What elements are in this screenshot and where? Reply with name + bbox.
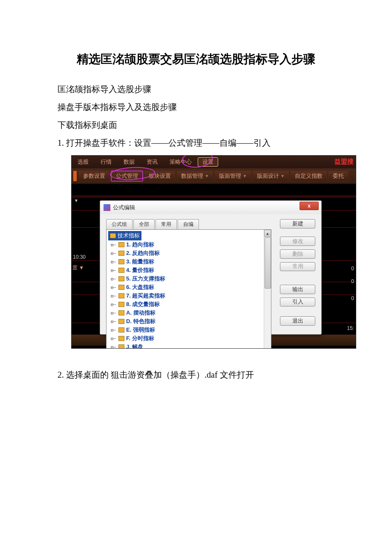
btn-gongshi[interactable]: 公式管理 xyxy=(111,171,143,182)
scrollbar[interactable]: ▲ ▼ xyxy=(264,230,271,349)
chevron-down-icon: ▼ xyxy=(243,174,247,178)
tree-item[interactable]: ⊞─3. 能量指标 xyxy=(108,257,262,266)
para-5: 2. 选择桌面的 狙击游资叠加（操盘手）.daf 文件打开 xyxy=(40,366,352,384)
delete-button[interactable]: 删除 xyxy=(280,249,315,259)
expand-icon[interactable]: ⊞─ xyxy=(108,311,118,315)
folder-icon xyxy=(118,268,124,273)
para-2: 操盘手版本指标导入及选股步骤 xyxy=(40,98,352,116)
folder-icon xyxy=(118,285,124,290)
dialog-titlebar: 公式编辑 x xyxy=(100,201,321,214)
new-button[interactable]: 新建 xyxy=(280,219,315,228)
para-4: 1. 打开操盘手软件：设置——公式管理——自编——引入 xyxy=(40,134,352,152)
tree-item[interactable]: ⊞─A. 摆动指标 xyxy=(108,309,262,317)
tree-item[interactable]: ⊞─5. 压力支撑指标 xyxy=(108,275,262,283)
gridline xyxy=(72,196,356,197)
tree-item[interactable]: ⊞─7. 超买超卖指标 xyxy=(108,292,262,300)
expand-icon[interactable]: ⊞─ xyxy=(108,243,118,247)
folder-icon xyxy=(118,327,124,332)
formula-editor-dialog: 公式编辑 x 公式组 全部 常用 自编 技术指标 xyxy=(100,200,322,335)
para-1: 匡洺颉指标导入选股步骤 xyxy=(40,80,352,98)
app-icon xyxy=(104,204,110,211)
folder-icon xyxy=(118,310,124,315)
tree-item[interactable]: ⊞─2. 反趋向指标 xyxy=(108,249,262,257)
menu-celue[interactable]: 策略中心 xyxy=(164,156,198,168)
exit-button[interactable]: 退出 xyxy=(280,316,315,326)
tree-item[interactable]: ⊞─4. 量价指标 xyxy=(108,266,262,275)
expand-icon[interactable]: ⊞─ xyxy=(108,294,118,298)
tree-item[interactable]: ⊞─D. 特色指标 xyxy=(108,317,262,326)
tab-group[interactable]: 公式组 xyxy=(106,219,133,229)
export-button[interactable]: 输出 xyxy=(280,285,315,294)
folder-icon xyxy=(118,293,124,298)
btn-canshu[interactable]: 参数设置 xyxy=(78,171,110,182)
gridline xyxy=(72,197,356,198)
expand-icon[interactable]: ⊞─ xyxy=(108,285,118,290)
tab-custom[interactable]: 自编 xyxy=(178,219,199,229)
expand-icon[interactable]: ⊞─ xyxy=(108,260,118,264)
btn-bankuai[interactable]: 板块设置 xyxy=(144,171,176,182)
brand-label: 益盟搜 xyxy=(334,158,354,166)
tree-item[interactable]: ⊞─8. 成交量指标 xyxy=(108,300,262,309)
dialog-title: 公式编辑 xyxy=(113,204,135,211)
app-screenshot: bdocx.co 选股 行情 数据 资讯 策略中心 设置 益盟搜 参数设置 公式… xyxy=(71,155,356,349)
btn-banmiansj[interactable]: 版面设计▼ xyxy=(252,171,289,182)
expand-icon[interactable]: ⊞─ xyxy=(108,251,118,256)
doc-title: 精选匡洺颉股票交易匡洺颉选股指标导入步骤 xyxy=(40,51,352,67)
tree-item[interactable]: ⊞─J. 解盘 xyxy=(108,343,262,349)
folder-icon xyxy=(118,336,124,341)
folder-icon xyxy=(118,302,124,307)
expand-icon[interactable]: ⊞─ xyxy=(108,319,118,324)
sub-toolbar: 参数设置 公式管理 板块设置 数据管理▼ 版面管理▼ 版面设计▼ 自定义指数 委… xyxy=(72,168,356,184)
expand-icon[interactable]: ⊞─ xyxy=(108,268,118,273)
menu-shuju[interactable]: 数据 xyxy=(118,156,141,168)
folder-icon xyxy=(118,242,124,247)
toolbar-accent xyxy=(73,171,77,181)
tree-item[interactable]: ⊞─F. 分时指标 xyxy=(108,334,262,343)
modify-button[interactable]: 修改 xyxy=(280,237,315,246)
tree-root[interactable]: 技术指标 xyxy=(108,231,141,240)
folder-icon xyxy=(110,233,116,238)
btn-weituo[interactable]: 委托 xyxy=(328,171,349,182)
para-3: 下载指标到桌面 xyxy=(40,116,352,134)
btn-banmiangl[interactable]: 版面管理▼ xyxy=(214,171,251,182)
chevron-down-icon: ▼ xyxy=(281,174,285,178)
tree-item[interactable]: ⊞─E. 强弱指标 xyxy=(108,326,262,334)
tree-item[interactable]: ⊞─1. 趋向指标 xyxy=(108,240,262,249)
common-button[interactable]: 常用 xyxy=(280,262,315,272)
expand-icon[interactable]: ⊞─ xyxy=(108,336,118,341)
menu-hangqing[interactable]: 行情 xyxy=(95,156,118,168)
tab-all[interactable]: 全部 xyxy=(133,219,155,229)
chevron-down-icon[interactable]: ▼ xyxy=(74,198,78,203)
scroll-thumb[interactable] xyxy=(265,237,271,289)
import-button[interactable]: 引入 xyxy=(280,298,315,307)
expand-icon[interactable]: ⊞─ xyxy=(108,328,118,332)
folder-icon xyxy=(118,251,124,256)
folder-icon xyxy=(118,344,124,349)
btn-shujugl[interactable]: 数据管理▼ xyxy=(176,171,213,182)
folder-icon xyxy=(118,276,124,281)
menu-zixun[interactable]: 资讯 xyxy=(141,156,164,168)
menu-shezhi[interactable]: 设置 xyxy=(198,157,218,167)
chevron-down-icon: ▼ xyxy=(205,174,209,178)
expand-icon[interactable]: ⊞─ xyxy=(108,302,118,307)
menu-xuangu[interactable]: 选股 xyxy=(72,156,95,168)
main-menu: 选股 行情 数据 资讯 策略中心 设置 益盟搜 xyxy=(72,156,356,168)
scroll-up-icon[interactable]: ▲ xyxy=(264,230,271,237)
tabs: 公式组 全部 常用 自编 xyxy=(106,219,271,229)
formula-tree: 技术指标 ⊞─1. 趋向指标 ⊞─2. 反趋向指标 ⊞─3. 能量指标 ⊞─4.… xyxy=(106,229,271,349)
side-dropdown[interactable]: 置 ▼ xyxy=(72,264,84,272)
folder-icon xyxy=(118,319,124,324)
close-button[interactable]: x xyxy=(300,202,319,210)
tree-item[interactable]: ⊞─6. 大盘指标 xyxy=(108,283,262,292)
expand-icon[interactable]: ⊞─ xyxy=(108,345,118,349)
close-icon: x xyxy=(308,203,311,209)
time-axis-label: 10:30 xyxy=(73,254,86,260)
btn-zdy[interactable]: 自定义指数 xyxy=(290,171,327,182)
expand-icon[interactable]: ⊞─ xyxy=(108,277,118,281)
tab-common[interactable]: 常用 xyxy=(156,219,177,229)
folder-icon xyxy=(118,259,124,264)
